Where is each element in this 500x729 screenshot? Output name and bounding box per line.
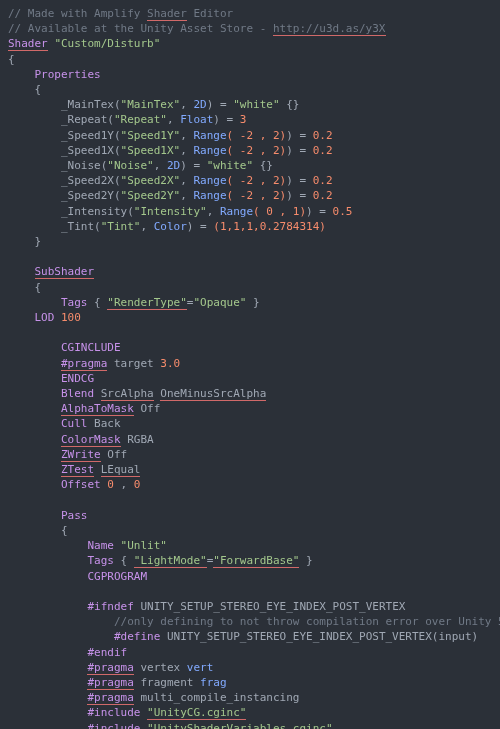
code-block: // Made with Amplify Shader Editor // Av… (8, 6, 500, 729)
